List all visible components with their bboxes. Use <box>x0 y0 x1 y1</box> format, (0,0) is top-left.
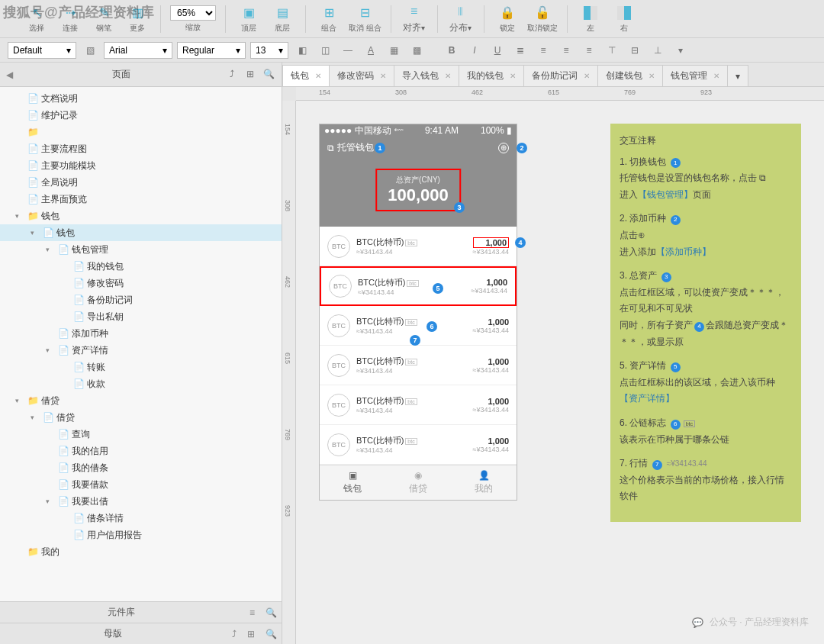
group-btn[interactable]: ⊞组合 <box>315 5 343 34</box>
ungroup-btn[interactable]: ⊟取消 组合 <box>349 5 381 34</box>
tree-item[interactable]: ▾📄我要出借 <box>0 493 282 510</box>
add-coin-icon[interactable]: ⊕ <box>498 143 509 153</box>
tree-item[interactable]: ▾📄钱包管理 <box>0 241 282 258</box>
paint-icon[interactable]: ▧ <box>81 42 99 59</box>
align-l-icon[interactable]: ≡ <box>534 42 552 59</box>
page-tree[interactable]: 📄文档说明📄维护记录📁📄主要流程图📄主要功能模块📄全局说明📄主界面预览▾📁钱包▾… <box>0 87 282 601</box>
tree-item[interactable]: 📄主要功能模块 <box>0 157 282 174</box>
font-select[interactable]: Arial▾ <box>104 42 172 59</box>
nav-wallet[interactable]: ▣钱包 <box>320 465 385 500</box>
close-icon[interactable]: ✕ <box>713 72 719 80</box>
tree-item[interactable]: 📄添加币种 <box>0 325 282 342</box>
border-icon[interactable]: ◫ <box>316 42 334 59</box>
tab[interactable]: 钱包✕ <box>282 65 330 86</box>
coin-row[interactable]: BTCBTC(比特币)btc≈¥34143.441,000≈¥34143.44 <box>320 425 517 465</box>
annotation-marker: 6 <box>426 321 437 332</box>
tree-item[interactable]: 📄全局说明 <box>0 174 282 191</box>
tabs-overflow[interactable]: ▾ <box>727 65 748 86</box>
tree-item[interactable]: 📄查询 <box>0 426 282 443</box>
close-icon[interactable]: ✕ <box>649 72 655 80</box>
tree-item[interactable]: ▾📄资产详情 <box>0 342 282 359</box>
tree-item[interactable]: 📄我要借款 <box>0 476 282 493</box>
bold-icon[interactable]: B <box>443 42 461 59</box>
tree-item[interactable]: 📄借条详情 <box>0 510 282 526</box>
tree-item[interactable]: ▾📁借贷 <box>0 392 282 409</box>
close-icon[interactable]: ✕ <box>315 72 321 80</box>
search-icon[interactable]: 🔍 <box>263 69 275 81</box>
tree-item[interactable]: ▾📄钱包 <box>0 224 282 241</box>
tree-item[interactable]: 📄我的借条 <box>0 459 282 476</box>
export-icon[interactable]: ⤴ <box>230 69 242 81</box>
bring-front-btn[interactable]: ▣顶层 <box>235 5 262 34</box>
tab[interactable]: 修改密码✕ <box>329 65 394 86</box>
tree-item[interactable]: 📁 <box>0 124 282 140</box>
tree-item[interactable]: 📁我的 <box>0 543 282 560</box>
text-color-icon[interactable]: A <box>362 42 380 59</box>
elements-panel-header[interactable]: 元件库≡🔍 <box>0 601 282 623</box>
nav-loan[interactable]: ◉借贷 <box>385 465 451 500</box>
align-c-icon[interactable]: ≡ <box>557 42 575 59</box>
tree-item[interactable]: 📄转账 <box>0 359 282 375</box>
annotation-marker: 4 <box>515 237 526 248</box>
underline-icon[interactable]: U <box>488 42 507 59</box>
tree-item[interactable]: 📄文档说明 <box>0 90 282 107</box>
close-icon[interactable]: ✕ <box>510 72 516 80</box>
tree-item[interactable]: 📄主要流程图 <box>0 140 282 157</box>
canvas[interactable]: ●●●●● 中国移动 ⬳9:41 AM100% ▮ ⧉托管钱包 ⊕ 总资产(CN… <box>296 101 824 644</box>
tree-item[interactable]: 📄收款 <box>0 375 282 392</box>
tree-item[interactable]: 📄我的信用 <box>0 443 282 459</box>
shadow-out-icon[interactable]: ▦ <box>385 42 403 59</box>
tree-item[interactable]: 📄我的钱包 <box>0 258 282 275</box>
tree-item[interactable]: 📄修改密码 <box>0 275 282 291</box>
document-tabs: 钱包✕修改密码✕导入钱包✕我的钱包✕备份助记词✕创建钱包✕钱包管理✕▾ <box>282 63 824 87</box>
close-icon[interactable]: ✕ <box>380 72 386 80</box>
annotation-marker: 7 <box>410 335 420 346</box>
coin-row[interactable]: BTCBTC(比特币)btc≈¥34143.441,000≈¥34143.44 <box>320 385 517 425</box>
tree-item[interactable]: 📄用户信用报告 <box>0 526 282 543</box>
tab[interactable]: 创建钱包✕ <box>597 65 663 86</box>
tab[interactable]: 导入钱包✕ <box>394 65 459 86</box>
unlock-btn[interactable]: 🔓取消锁定 <box>527 5 558 34</box>
coin-row[interactable]: BTCBTC(比特币)btc≈¥34143.441,000≈¥34143.44 <box>320 346 517 385</box>
send-back-btn[interactable]: ▤底层 <box>269 5 296 34</box>
nav-me[interactable]: 👤我的 <box>451 465 517 500</box>
fill-icon[interactable]: ◧ <box>293 42 311 59</box>
wallet-switch-icon[interactable]: ⧉ <box>327 143 334 153</box>
align-btn[interactable]: ≡对齐▾ <box>401 3 428 34</box>
tree-item[interactable]: 📄备份助记词 <box>0 291 282 308</box>
close-icon[interactable]: ✕ <box>445 72 451 80</box>
masters-panel-header[interactable]: 母版⤴⊞🔍 <box>0 623 282 644</box>
coin-row[interactable]: BTCBTC(比特币)btc≈¥34143.441,000≈¥34143.44 <box>320 227 517 266</box>
align-left-btn[interactable]: 左 <box>577 5 604 34</box>
align-r-icon[interactable]: ≡ <box>580 42 598 59</box>
shadow-in-icon[interactable]: ▩ <box>407 42 426 59</box>
valign-t-icon[interactable]: ⊤ <box>603 42 621 59</box>
tab[interactable]: 钱包管理✕ <box>662 65 728 86</box>
tree-item[interactable]: 📄导出私钥 <box>0 308 282 325</box>
align-right-btn[interactable]: 右 <box>610 5 638 34</box>
close-icon[interactable]: ✕ <box>584 72 590 80</box>
distribute-btn[interactable]: ⦀分布▾ <box>447 3 475 34</box>
tree-item[interactable]: 📄主界面预览 <box>0 191 282 208</box>
tab[interactable]: 备份助记词✕ <box>523 65 598 86</box>
size-select[interactable]: 13▾ <box>250 42 288 59</box>
tree-item[interactable]: ▾📄借贷 <box>0 409 282 426</box>
style-select[interactable]: Default▾ <box>8 42 76 59</box>
lock-btn[interactable]: 🔒锁定 <box>494 5 521 34</box>
line-icon[interactable]: — <box>339 42 357 59</box>
coin-row[interactable]: BTCBTC(比特币)btc≈¥34143.441,000≈¥34143.44 <box>320 266 517 306</box>
valign-b-icon[interactable]: ⊥ <box>649 42 667 59</box>
zoom-control[interactable]: 65%缩放 <box>170 5 216 33</box>
italic-icon[interactable]: I <box>465 42 484 59</box>
total-asset-box[interactable]: 总资产(CNY) 100,000 <box>375 169 461 211</box>
tab[interactable]: 我的钱包✕ <box>459 65 524 86</box>
tree-item[interactable]: ▾📁钱包 <box>0 208 282 224</box>
pages-panel-header: ◀ 页面 ⤴ ⊞ 🔍 <box>0 63 282 87</box>
more-opts-icon[interactable]: ▾ <box>671 42 690 59</box>
bullets-icon[interactable]: ≣ <box>511 42 529 59</box>
phone-tabbar: ▣钱包 ◉借贷 👤我的 <box>320 465 517 500</box>
valign-m-icon[interactable]: ⊟ <box>626 42 644 59</box>
add-page-icon[interactable]: ⊞ <box>246 69 259 81</box>
tree-item[interactable]: 📄维护记录 <box>0 107 282 124</box>
weight-select[interactable]: Regular▾ <box>177 42 246 59</box>
